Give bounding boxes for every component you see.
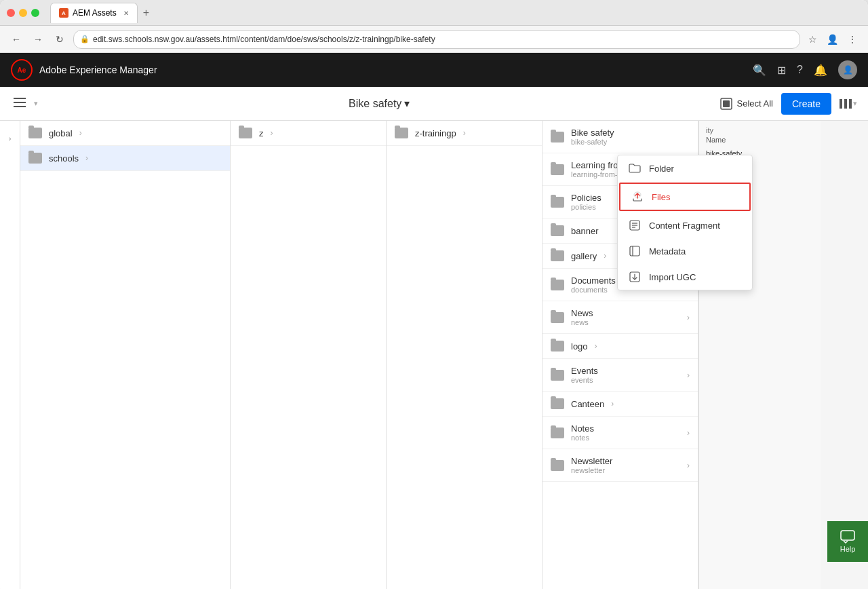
aem-header: Ae Adobe Experience Manager 🔍 ⊞ ? 🔔 👤 xyxy=(0,53,868,87)
list-item[interactable]: Bike safety bike-safety xyxy=(542,121,698,153)
folder-name-area: News news xyxy=(571,308,680,326)
view-toggle-button[interactable]: ▾ xyxy=(840,99,857,109)
folder-icon xyxy=(551,428,564,438)
svg-rect-6 xyxy=(844,99,847,109)
menu-button[interactable]: ⋮ xyxy=(845,33,860,46)
maximize-window-button[interactable] xyxy=(31,9,39,17)
folder-title-dropdown[interactable]: Bike safety ▾ xyxy=(349,97,410,110)
user-avatar[interactable]: 👤 xyxy=(838,60,857,79)
address-bar: ← → ↻ 🔒 edit.sws.schools.nsw.gov.au/asse… xyxy=(0,26,868,53)
select-all-button[interactable]: Select All xyxy=(720,98,772,110)
list-item[interactable]: logo › xyxy=(542,334,698,359)
folder-name-area: Notes notes xyxy=(571,423,680,442)
new-tab-button[interactable]: + xyxy=(140,7,152,19)
notifications-icon[interactable]: 🔔 xyxy=(814,64,827,77)
chevron-right-icon: › xyxy=(595,341,597,351)
toolbar: ▾ Bike safety ▾ Select All Create xyxy=(0,87,868,121)
tab-bar: A AEM Assets ✕ + xyxy=(50,3,152,23)
dropdown-item-files[interactable]: Files xyxy=(619,183,751,211)
main-content: › global › schools › xyxy=(0,121,868,589)
toggle-chevron-icon: ▾ xyxy=(34,99,38,108)
view-dropdown-chevron-icon: ▾ xyxy=(853,99,857,108)
browser-actions: ☆ 👤 ⋮ xyxy=(806,33,860,46)
list-item[interactable]: Canteen › xyxy=(542,392,698,417)
chevron-right-icon: › xyxy=(687,461,690,470)
view-columns-icon xyxy=(840,99,852,109)
tab-title: AEM Assets xyxy=(73,8,117,18)
dropdown-content-fragment-label: Content Fragment xyxy=(649,221,720,231)
list-item[interactable]: z › xyxy=(231,121,386,146)
content-fragment-icon xyxy=(629,219,641,231)
list-item[interactable]: Notes notes › xyxy=(542,417,698,449)
lock-icon: 🔒 xyxy=(80,35,90,43)
svg-rect-7 xyxy=(849,99,852,109)
close-window-button[interactable] xyxy=(7,9,15,17)
folder-icon xyxy=(551,132,564,142)
folder-name: News xyxy=(571,308,680,318)
folder-icon xyxy=(551,164,564,175)
help-icon[interactable]: ? xyxy=(797,64,803,76)
dropdown-item-import-ugc[interactable]: Import UGC xyxy=(618,264,752,290)
folder-icon xyxy=(551,197,564,208)
tab-close-button[interactable]: ✕ xyxy=(123,10,129,17)
current-folder-title: Bike safety xyxy=(349,98,401,110)
profile-button[interactable]: 👤 xyxy=(824,33,841,46)
folder-path: news xyxy=(571,318,680,326)
tab-favicon: A xyxy=(59,8,68,18)
browser-titlebar: A AEM Assets ✕ + xyxy=(0,0,868,26)
bookmark-button[interactable]: ☆ xyxy=(806,33,820,46)
browser-tab-aem[interactable]: A AEM Assets ✕ xyxy=(50,3,138,23)
folder-name: schools xyxy=(49,153,79,164)
back-button[interactable]: ← xyxy=(8,31,24,48)
folder-name: logo xyxy=(571,341,588,352)
list-item[interactable]: Newsletter newsletter › xyxy=(542,449,698,482)
address-wrapper: 🔒 edit.sws.schools.nsw.gov.au/assets.htm… xyxy=(73,30,800,49)
folder-icon xyxy=(551,312,564,323)
help-label: Help xyxy=(840,545,856,553)
list-item[interactable]: schools › xyxy=(20,146,230,171)
search-icon[interactable]: 🔍 xyxy=(753,64,766,77)
folder-name: gallery xyxy=(571,251,597,261)
column-1: global › schools › xyxy=(20,121,231,589)
dropdown-item-metadata[interactable]: Metadata xyxy=(618,238,752,264)
folder-name-area: Bike safety bike-safety xyxy=(571,128,690,146)
list-item[interactable]: global › xyxy=(20,121,230,146)
dropdown-item-content-fragment[interactable]: Content Fragment xyxy=(618,212,752,238)
folder-name: z-trainingp xyxy=(415,128,456,138)
column-3: z-trainingp › xyxy=(387,121,542,589)
forward-button[interactable]: → xyxy=(30,31,46,48)
dropdown-folder-label: Folder xyxy=(649,164,674,174)
svg-rect-2 xyxy=(14,106,26,107)
traffic-lights xyxy=(7,9,39,17)
minimize-window-button[interactable] xyxy=(19,9,27,17)
apps-icon[interactable]: ⊞ xyxy=(777,64,786,77)
panel-toggle-button[interactable] xyxy=(11,95,28,113)
folder-path: events xyxy=(571,376,680,384)
aem-title: Adobe Experience Manager xyxy=(39,64,157,75)
create-button[interactable]: Create xyxy=(781,93,831,115)
svg-rect-13 xyxy=(630,246,639,256)
folder-name: Notes xyxy=(571,423,680,434)
folder-name-area: Newsletter newsletter xyxy=(571,456,680,474)
list-item[interactable]: News news › xyxy=(542,301,698,334)
folder-icon xyxy=(395,128,408,138)
import-ugc-icon xyxy=(629,271,641,283)
panel-detail-label-name: Name xyxy=(706,136,814,144)
browser-window: A AEM Assets ✕ + ← → ↻ 🔒 edit.sws.school… xyxy=(0,0,868,589)
chevron-right-icon: › xyxy=(79,128,82,138)
dropdown-import-ugc-label: Import UGC xyxy=(649,272,696,282)
dropdown-item-folder[interactable]: Folder xyxy=(618,155,752,181)
folder-icon xyxy=(551,280,564,290)
expand-icon[interactable]: › xyxy=(9,134,12,142)
toolbar-left: ▾ xyxy=(11,95,38,113)
list-item[interactable]: z-trainingp › xyxy=(387,121,542,146)
refresh-button[interactable]: ↻ xyxy=(52,31,68,48)
svg-rect-1 xyxy=(14,102,26,103)
help-button[interactable]: Help xyxy=(827,521,868,562)
list-item[interactable]: Events events › xyxy=(542,359,698,392)
folder-icon xyxy=(28,153,42,164)
aem-header-actions: 🔍 ⊞ ? 🔔 👤 xyxy=(753,60,857,79)
folder-path: newsletter xyxy=(571,466,680,474)
folder-icon xyxy=(551,398,564,409)
address-input[interactable]: edit.sws.schools.nsw.gov.au/assets.html/… xyxy=(73,30,800,49)
